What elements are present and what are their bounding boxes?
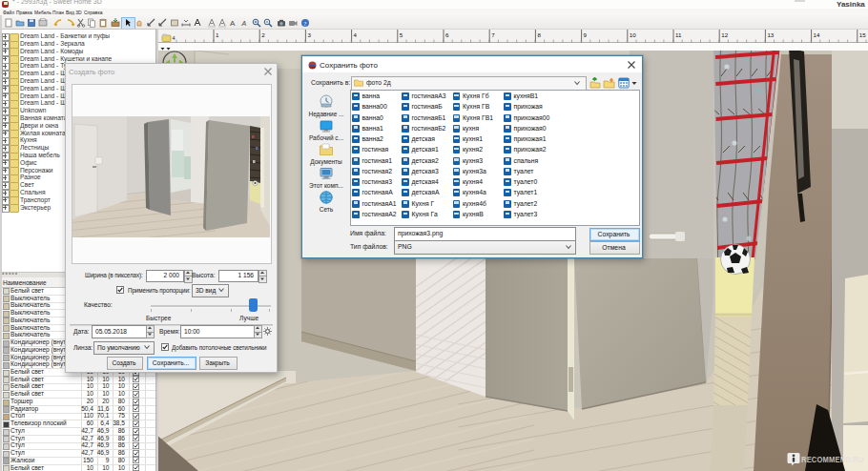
svg-text:1: 1 <box>216 31 219 38</box>
svg-text:8: 8 <box>537 31 541 38</box>
svg-text:15: 15 <box>859 31 866 38</box>
svg-text:4: 4 <box>173 35 176 41</box>
svg-text:13: 13 <box>767 31 774 38</box>
svg-text:5: 5 <box>400 31 403 38</box>
svg-text:14: 14 <box>814 31 820 38</box>
svg-text:6: 6 <box>445 31 449 38</box>
svg-text:3: 3 <box>307 31 311 38</box>
svg-text:10: 10 <box>630 31 636 38</box>
svg-text:?: ? <box>303 19 306 27</box>
svg-text:12: 12 <box>721 31 728 38</box>
svg-text:A: A <box>241 20 247 27</box>
svg-text:7: 7 <box>491 31 495 38</box>
svg-text:9: 9 <box>584 31 588 38</box>
svg-text:A: A <box>230 19 236 28</box>
svg-text:11: 11 <box>675 31 682 38</box>
svg-text:4: 4 <box>354 31 358 38</box>
svg-text:2: 2 <box>261 31 265 38</box>
